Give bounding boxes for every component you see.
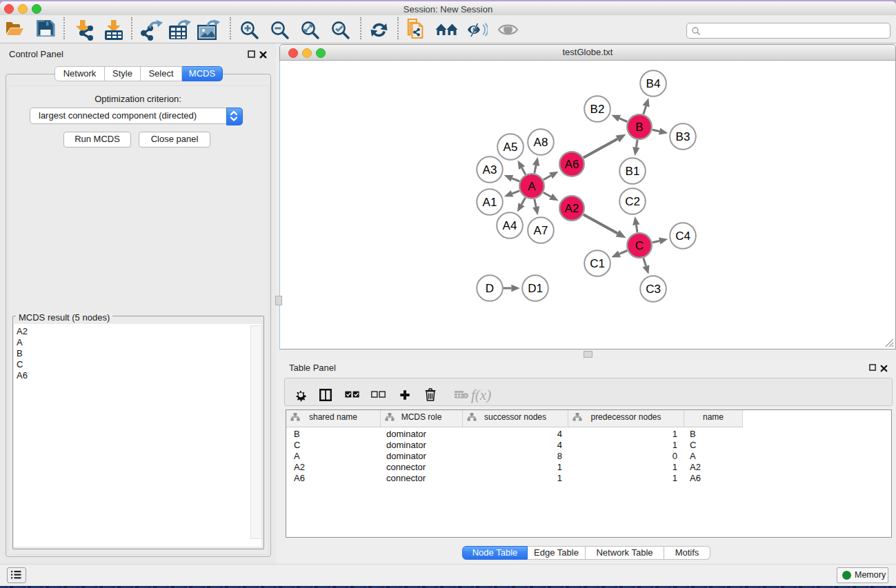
svg-text:A: A <box>528 180 536 193</box>
svg-text:A2: A2 <box>565 202 579 215</box>
svg-text:D: D <box>486 282 494 295</box>
svg-text:C: C <box>635 239 644 252</box>
svg-text:B3: B3 <box>676 130 690 143</box>
svg-text:A6: A6 <box>565 158 579 171</box>
svg-text:B2: B2 <box>590 103 605 116</box>
svg-text:B1: B1 <box>626 165 640 178</box>
svg-text:B4: B4 <box>646 77 661 90</box>
svg-text:C2: C2 <box>625 195 640 208</box>
svg-text:A8: A8 <box>534 136 548 149</box>
svg-text:C1: C1 <box>590 257 605 270</box>
svg-text:D1: D1 <box>528 282 543 295</box>
svg-text:A7: A7 <box>534 224 548 237</box>
svg-text:A3: A3 <box>483 163 497 176</box>
svg-text:C3: C3 <box>646 283 661 296</box>
svg-text:A1: A1 <box>483 196 497 209</box>
svg-text:A4: A4 <box>503 219 517 232</box>
svg-text:B: B <box>635 121 643 134</box>
svg-text:C4: C4 <box>675 230 690 243</box>
svg-text:A5: A5 <box>504 141 518 154</box>
